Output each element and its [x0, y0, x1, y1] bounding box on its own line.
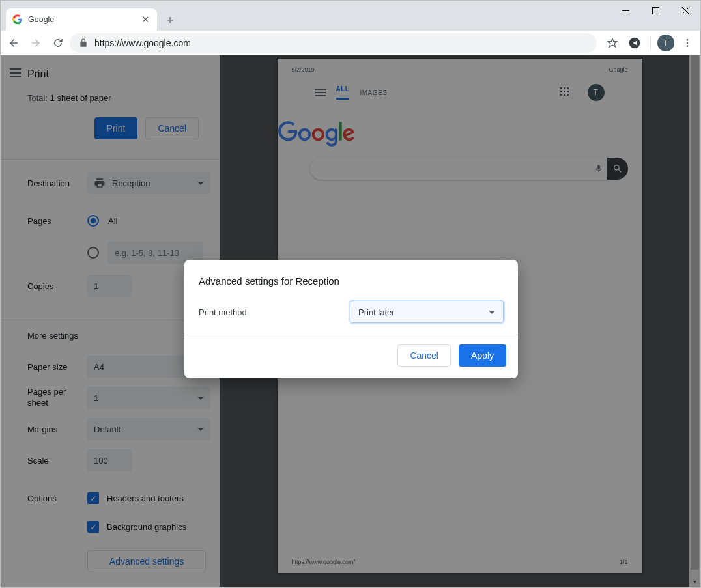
lock-icon [79, 38, 88, 48]
print-method-label: Print method [199, 307, 350, 317]
separator [650, 36, 651, 49]
bookmark-star-icon[interactable] [603, 34, 622, 52]
chrome-menu-icon[interactable] [678, 34, 696, 52]
window-controls [610, 1, 700, 20]
back-button[interactable] [3, 33, 24, 53]
svg-point-5 [687, 39, 689, 41]
svg-point-7 [687, 45, 689, 47]
maximize-button[interactable] [640, 1, 670, 20]
chevron-down-icon [489, 311, 495, 314]
close-window-button[interactable] [670, 1, 700, 20]
modal-title: Advanced settings for Reception [199, 275, 504, 287]
forward-button[interactable] [25, 33, 46, 53]
google-favicon [12, 14, 23, 25]
close-tab-icon[interactable]: ✕ [140, 14, 150, 25]
minimize-button[interactable] [610, 1, 640, 20]
extension-icon[interactable] [625, 34, 644, 52]
print-method-select[interactable]: Print later [350, 301, 504, 323]
url-text: https://www.google.com [94, 38, 191, 48]
svg-point-6 [687, 42, 689, 44]
tab-title: Google [28, 15, 135, 24]
svg-rect-1 [652, 7, 659, 14]
new-tab-button[interactable]: ＋ [161, 10, 179, 29]
modal-apply-button[interactable]: Apply [459, 344, 506, 367]
browser-tab[interactable]: Google ✕ [6, 8, 157, 31]
url-field[interactable]: https://www.google.com [70, 33, 597, 53]
address-bar: https://www.google.com T [1, 31, 700, 55]
profile-avatar[interactable]: T [657, 35, 674, 51]
reload-button[interactable] [48, 33, 68, 53]
modal-cancel-button[interactable]: Cancel [397, 344, 451, 367]
advanced-settings-modal: Advanced settings for Reception Print me… [184, 260, 518, 378]
tab-strip: Google ✕ ＋ [1, 1, 700, 31]
